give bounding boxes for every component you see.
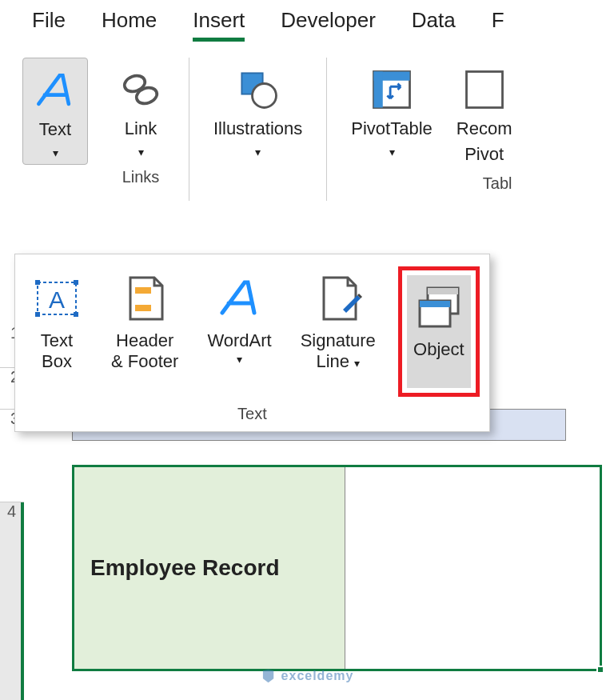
svg-rect-10 [74, 280, 78, 285]
watermark-icon [261, 668, 277, 684]
tab[interactable]: F [492, 8, 504, 42]
recom-label-1: Recom [457, 118, 512, 139]
object-button[interactable]: Object [407, 275, 471, 388]
illustrations-dropdown-button[interactable]: Illustrations ▾ [205, 58, 310, 163]
svg-point-1 [134, 85, 159, 106]
svg-rect-14 [135, 287, 151, 294]
watermark: exceldemy [261, 668, 354, 684]
pivottable-icon [368, 66, 416, 114]
pivottable-label: PivotTable [351, 118, 433, 139]
illustrations-label: Illustrations [213, 118, 302, 139]
textbox-icon: A [31, 273, 82, 324]
recom-label-2: Pivot [464, 144, 504, 165]
selection-handle[interactable] [596, 666, 604, 674]
wordart-dropdown-button[interactable]: WordArt ▾ [201, 266, 277, 373]
row-header-4[interactable]: 4 [0, 502, 24, 700]
empty-cell-right [345, 467, 600, 669]
textbox-label-2: Box [42, 351, 72, 372]
signature-icon [313, 273, 364, 324]
selected-cell[interactable]: Employee Record [72, 465, 602, 671]
tabs-bar: File Home Insert Developer Data F [0, 0, 614, 50]
svg-rect-11 [35, 312, 40, 317]
text-dropdown-button[interactable]: Text ▾ [22, 58, 88, 165]
object-highlight-box: Object [398, 266, 480, 397]
header-footer-label-2: & Footer [111, 351, 178, 372]
chevron-down-icon: ▾ [354, 357, 360, 370]
tables-group-label: Tabl [483, 174, 512, 193]
svg-point-0 [122, 73, 147, 94]
wordart-label: WordArt [207, 330, 271, 351]
svg-rect-7 [466, 72, 502, 108]
signature-label-1: Signature [301, 330, 376, 351]
textbox-button[interactable]: A Text Box [25, 266, 89, 379]
header-footer-button[interactable]: Header & Footer [105, 266, 185, 379]
chevron-down-icon: ▾ [389, 146, 395, 158]
chevron-down-icon: ▾ [138, 146, 144, 158]
recommended-pivot-icon [460, 66, 508, 114]
recommended-pivottables-button[interactable]: Recom Pivot [457, 58, 512, 170]
svg-rect-12 [74, 312, 78, 317]
textbox-label-1: Text [41, 330, 73, 351]
svg-rect-17 [428, 288, 458, 294]
svg-point-3 [252, 84, 276, 108]
chevron-down-icon: ▾ [53, 146, 58, 159]
tab[interactable]: Developer [281, 8, 376, 42]
header-footer-icon [119, 273, 170, 324]
object-icon [413, 282, 464, 333]
link-icon [117, 66, 165, 114]
links-group-label: Links [122, 168, 160, 186]
text-label: Text [39, 119, 71, 140]
link-dropdown-button[interactable]: Link ▾ [109, 58, 173, 163]
signature-line-dropdown-button[interactable]: Signature Line ▾ [294, 266, 382, 379]
text-gallery: A Text Box Header & Footer WordArt ▾ Sig… [14, 254, 490, 432]
wordart-icon [214, 273, 265, 324]
svg-rect-19 [420, 301, 450, 307]
tab[interactable]: File [32, 8, 66, 42]
link-label: Link [125, 118, 157, 139]
chevron-down-icon: ▾ [237, 353, 242, 366]
object-label: Object [413, 339, 464, 360]
svg-rect-15 [135, 305, 151, 311]
tab[interactable]: Data [412, 8, 456, 42]
svg-rect-9 [35, 280, 40, 285]
tab[interactable]: Home [102, 8, 157, 42]
header-footer-label-1: Header [116, 330, 173, 351]
text-group-label: Text [25, 405, 480, 423]
svg-text:A: A [49, 286, 65, 313]
pivottable-dropdown-button[interactable]: PivotTable ▾ [343, 58, 441, 170]
text-icon [31, 66, 79, 114]
chevron-down-icon: ▾ [255, 146, 261, 158]
ribbon: Text ▾ Link ▾ Links Illustrations ▾ Pivo… [0, 50, 614, 201]
tab[interactable]: Insert [193, 8, 245, 42]
signature-line-label-2: Line ▾ [316, 351, 360, 372]
employee-record-cell: Employee Record [74, 467, 345, 669]
svg-rect-6 [374, 72, 383, 108]
illustrations-icon [234, 66, 282, 114]
